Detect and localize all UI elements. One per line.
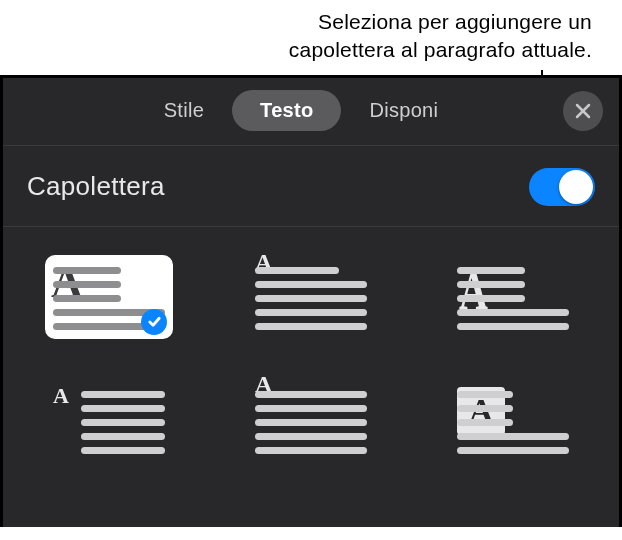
tab-testo[interactable]: Testo (232, 90, 341, 131)
capolettera-label: Capolettera (27, 171, 165, 202)
check-icon (141, 309, 167, 335)
dropcap-options-grid: A A (3, 227, 619, 481)
capolettera-row: Capolettera (3, 145, 619, 227)
dropcap-option-5[interactable]: A (247, 379, 375, 463)
dropcap-option-6[interactable]: A (449, 379, 577, 463)
close-icon (574, 102, 592, 120)
callout-line2: capolettera al paragrafo attuale. (0, 36, 592, 64)
tab-disponi[interactable]: Disponi (341, 90, 466, 131)
dropcap-option-1[interactable]: A (45, 255, 173, 339)
format-panel: Stile Testo Disponi Capolettera A (0, 75, 622, 527)
dropcap-option-4[interactable]: A (45, 379, 173, 463)
close-button[interactable] (563, 91, 603, 131)
callout-text: Seleziona per aggiungere un capolettera … (0, 0, 622, 75)
callout-line1: Seleziona per aggiungere un (0, 8, 592, 36)
toggle-knob (559, 170, 593, 204)
tab-bar: Stile Testo Disponi (3, 78, 619, 145)
tab-stile[interactable]: Stile (136, 90, 232, 131)
capolettera-toggle[interactable] (529, 168, 595, 206)
segmented-control: Stile Testo Disponi (136, 90, 467, 131)
dropcap-option-2[interactable]: A (247, 255, 375, 339)
dropcap-option-3[interactable]: A (449, 255, 577, 339)
